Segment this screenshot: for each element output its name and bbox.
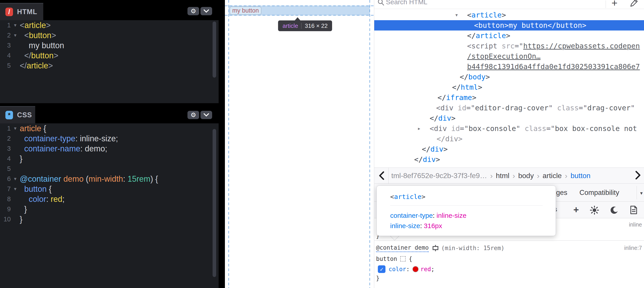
add-rule-button[interactable]: + [573,204,579,215]
editor-line[interactable]: 5</article> [0,60,219,71]
markup-row[interactable]: ▼<article> [374,10,644,20]
markup-row[interactable]: </div> [374,134,644,144]
code-token: " [630,104,635,112]
breadcrumb-item-html[interactable]: html [496,172,509,180]
fold-arrow-icon[interactable]: ▼ [11,184,20,194]
editor-line[interactable]: 8 color: red; [0,194,219,204]
editor-line[interactable]: 7▼ button { [0,184,219,194]
breadcrumb-item-tml8ef7652e9[interactable]: tml-8ef7652e-9c2b-37f3-fe9… [391,172,487,180]
css-code-editor[interactable]: 1▼article {2 container-type: inline-size… [0,123,219,288]
markup-row[interactable]: </div> [374,113,644,123]
editor-line[interactable]: 1▼<article> [0,20,219,30]
fold-arrow-icon[interactable]: ▼ [11,30,20,40]
code-text: container-name: demo; [20,144,107,154]
code-token: button [24,184,49,194]
editor-line[interactable]: 10} [0,214,219,224]
breadcrumb-forward-button[interactable] [635,171,641,180]
search-html-bar[interactable]: Search HTML + [374,0,644,9]
editor-line[interactable]: 3 my button [0,40,219,50]
markup-row[interactable]: </html> [374,82,644,92]
markup-row[interactable]: <div id="editor-drag-cover" class="drag-… [374,103,644,113]
html-settings-button[interactable]: ⚙ [188,7,199,15]
element-rule-source[interactable]: inline [629,222,642,228]
editor-line[interactable]: 1▼article { [0,123,219,134]
editor-line[interactable]: 3 container-name: demo; [0,144,219,154]
property-value[interactable]: red [420,266,431,272]
jump-to-container-icon[interactable] [432,244,439,252]
markup-row[interactable]: </article> [374,30,644,41]
editor-line[interactable]: 4 </button> [0,50,219,60]
editor-line[interactable]: 6▼@container demo (min-width: 15rem) { [0,174,219,184]
code-text: </article> [20,60,53,71]
css-collapse-button[interactable] [200,111,212,119]
breadcrumb-item-body[interactable]: body [518,172,534,180]
color-swatch[interactable] [412,266,419,272]
infobar-tag: article [282,22,298,30]
dark-mode-icon[interactable] [610,206,619,215]
code-token: drag-cover [587,104,630,112]
code-token: editor-drag-cover [475,104,548,112]
code-token: < [20,21,24,30]
enable-property-checkbox[interactable]: ✓ [378,265,386,273]
markup-row[interactable]: </div> [374,154,644,165]
code-token: =" [546,124,555,133]
line-number: 4 [0,154,11,164]
editor-line[interactable]: 2▼ <button> [0,30,219,40]
print-media-icon[interactable] [630,205,638,215]
html-collapse-button[interactable] [200,7,212,15]
preview-my-button[interactable]: my button [230,6,262,15]
collapse-arrow-icon[interactable]: ▶ [418,123,420,134]
markup-row[interactable]: </iframe> [374,92,644,103]
expand-arrow-icon[interactable]: ▼ [456,10,458,20]
fold-arrow-icon[interactable]: ▼ [11,20,20,30]
css-settings-button[interactable]: ⚙ [188,111,199,119]
line-number: 2 [0,134,11,144]
popup-divider [390,206,543,206]
code-token: article [476,32,506,40]
selector-highlighter-icon[interactable] [400,256,406,262]
breadcrumb-item-article[interactable]: article [543,172,562,180]
html-editor-scrollbar[interactable] [212,22,216,78]
fold-arrow-icon[interactable]: ▼ [11,123,20,134]
fold-gutter [11,40,20,50]
code-token: < [467,11,471,19]
code-token [61,174,64,184]
editor-line[interactable]: 2 container-type: inline-size; [0,134,219,144]
editor-line[interactable]: 9 } [0,204,219,214]
markup-row[interactable]: b44f98c1391d6a4ffda0e1fd302503391ca806e7 [374,62,644,72]
fold-arrow-icon[interactable]: ▼ [11,174,20,184]
add-node-button[interactable]: + [612,0,618,9]
css-editor-scrollbar[interactable] [212,129,216,277]
tab-html-editor[interactable]: / HTML [0,4,43,20]
code-token: < [467,42,471,50]
html-code-editor[interactable]: 1▼<article>2▼ <button>3 my button4 </but… [0,20,219,103]
markup-row[interactable]: </body> [374,72,644,82]
code-token: </ [422,145,430,154]
pencil-icon[interactable] [630,0,638,7]
rule-selector[interactable]: button [376,256,397,262]
markup-row[interactable]: /stopExecutionOn… [374,51,644,62]
code-token: > [46,21,51,30]
markup-row[interactable]: <script src="https://cpwebassets.codepen [374,41,644,51]
breadcrumb-back-button[interactable] [374,168,388,184]
editor-line[interactable]: 4} [0,154,219,164]
markup-row[interactable]: </div> [374,144,644,154]
property-name[interactable]: color [388,266,406,272]
tabs-overflow-dropdown[interactable]: ▼ [639,191,644,196]
code-token: </ [430,114,438,122]
container-rule-source[interactable]: inline:7 [624,245,642,251]
code-token: ; [62,194,64,204]
markup-row[interactable]: ▶<div id="box-console" class="box box-co… [374,123,644,134]
tab-css-editor[interactable]: * CSS [0,107,35,123]
popup-prop2-name: inline-size [390,222,420,230]
breadcrumb-item-button[interactable]: button [570,172,590,180]
search-input[interactable]: Search HTML [386,0,428,6]
markup-row-selected[interactable]: <button>my button</button> [374,20,644,30]
light-mode-icon[interactable] [590,206,599,215]
popup-prop2-value: 316px [424,222,442,230]
code-token: } [20,204,27,214]
container-rule-link[interactable]: @container demo [376,244,429,252]
editor-line[interactable]: 5 [0,164,219,174]
code-token: =" [514,42,523,50]
tab-compatibility[interactable]: Compatibility [580,184,619,202]
